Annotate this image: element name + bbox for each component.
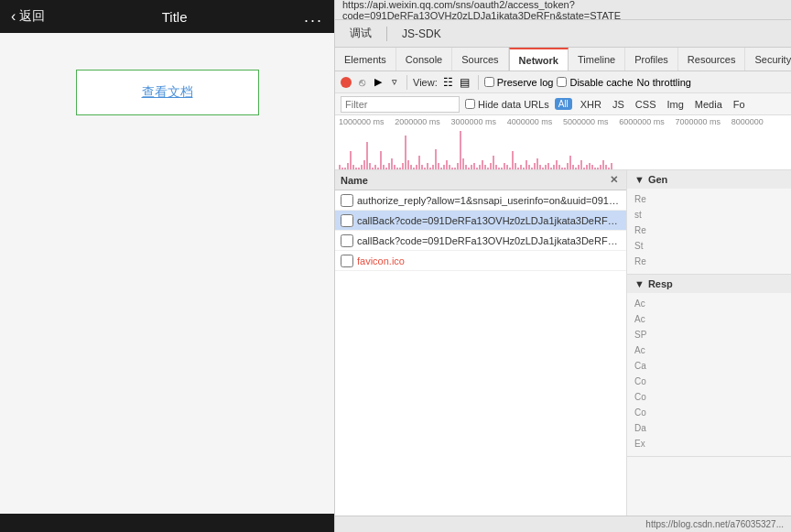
timeline-bar-item xyxy=(553,165,555,169)
network-row[interactable]: callBack?code=091DeRFa13OVHz0zLDJa1jkata… xyxy=(335,211,626,231)
view-label: View: xyxy=(413,77,438,88)
resp-section-header[interactable]: ▼ Resp xyxy=(627,275,791,293)
filter-icon[interactable]: ▿ xyxy=(388,76,401,89)
row-checkbox-4[interactable] xyxy=(341,255,353,267)
timeline-bar-item xyxy=(602,160,604,169)
timeline-bar-item xyxy=(600,165,601,169)
detail-row: Re xyxy=(634,223,784,238)
row-checkbox-1[interactable] xyxy=(341,194,353,207)
view-icons: ☷ ▤ xyxy=(441,75,472,90)
timeline-bar-item xyxy=(501,168,503,170)
timeline-bar-item xyxy=(482,160,483,169)
tab-timeline[interactable]: Timeline xyxy=(569,48,625,71)
section-tab-debug[interactable]: 调试 xyxy=(335,26,386,41)
timeline-bar-item xyxy=(424,168,426,170)
close-list-icon[interactable]: ✕ xyxy=(606,174,621,186)
detail-row: Re xyxy=(634,255,784,269)
status-bar: https://blog.csdn.net/a76035327... xyxy=(335,516,791,532)
timeline-bar-item xyxy=(575,168,577,170)
detail-row: Ac xyxy=(634,297,784,311)
timeline-bar-item xyxy=(567,163,569,170)
timeline-bar-item xyxy=(460,131,461,169)
url-bar: https://api.weixin.qq.com/sns/oauth2/acc… xyxy=(335,0,791,20)
clear-button[interactable]: ⎋ xyxy=(355,76,368,89)
timeline-bar-item xyxy=(402,163,404,170)
tab-profiles[interactable]: Profiles xyxy=(625,48,678,71)
timeline-label-4: 4000000 ms xyxy=(507,117,563,126)
timeline-bar-item xyxy=(451,168,453,170)
filter-img[interactable]: Img xyxy=(664,98,686,111)
network-row[interactable]: callBack?code=091DeRFa13OVHz0zLDJa1jkata… xyxy=(335,231,626,251)
timeline-bar-item xyxy=(531,168,533,170)
filter-xhr[interactable]: XHR xyxy=(578,98,604,111)
all-filter-badge[interactable]: All xyxy=(555,98,572,110)
timeline-bar-item xyxy=(429,168,431,170)
timeline-bar-item xyxy=(550,168,552,170)
timeline-label-3: 3000000 ms xyxy=(451,117,507,126)
timeline-bar-item xyxy=(545,165,547,169)
timeline-bar-item xyxy=(484,165,486,169)
gen-section-header[interactable]: ▼ Gen xyxy=(627,170,791,189)
record-button[interactable] xyxy=(341,77,352,88)
more-options-button[interactable]: ... xyxy=(304,7,323,27)
timeline-bar-item xyxy=(405,136,406,170)
tab-elements[interactable]: Elements xyxy=(335,48,396,71)
timeline-bar-item xyxy=(462,158,464,170)
timeline-bar-item xyxy=(589,163,591,170)
devtools-section-tabs: 调试 JS-SDK xyxy=(335,20,791,48)
filter-input[interactable] xyxy=(341,96,460,113)
toolbar-separator-2 xyxy=(478,75,479,90)
preserve-log-label: Preserve log xyxy=(497,77,554,88)
hide-data-urls-checkbox[interactable] xyxy=(465,99,475,109)
timeline-bar-item xyxy=(385,168,387,170)
network-list-header: Name ✕ xyxy=(335,170,626,190)
timeline-bar-item xyxy=(407,160,409,169)
tab-console[interactable]: Console xyxy=(396,48,452,71)
timeline-bar-item xyxy=(372,168,374,170)
list-view-icon[interactable]: ☷ xyxy=(441,75,456,90)
timeline-bar-item xyxy=(580,160,582,169)
mobile-page-title: Title xyxy=(45,9,304,25)
detail-row: Ac xyxy=(634,312,784,327)
detail-row: Ac xyxy=(634,343,784,358)
hide-data-urls-label: Hide data URLs xyxy=(478,99,549,110)
timeline-bar-item xyxy=(526,160,527,169)
tab-network[interactable]: Network xyxy=(509,48,569,71)
timeline-bar-item xyxy=(391,158,393,170)
network-toolbar: ⎋ ▶ ▿ View: ☷ ▤ Preserve log Disable cac… xyxy=(335,71,791,93)
network-row[interactable]: authorize_reply?allow=1&snsapi_userinfo=… xyxy=(335,190,626,211)
doc-link[interactable]: 查看文档 xyxy=(142,84,193,101)
timeline-bar-item xyxy=(339,165,341,169)
section-tab-jssdk[interactable]: JS-SDK xyxy=(387,27,456,40)
timeline-label-8: 8000000 xyxy=(731,117,787,126)
row-checkbox-3[interactable] xyxy=(341,234,353,247)
timeline-label-6: 6000000 ms xyxy=(619,117,675,126)
timeline-bar-item xyxy=(358,168,360,170)
filter-css[interactable]: CSS xyxy=(633,98,659,111)
doc-button[interactable]: 查看文档 xyxy=(76,70,259,115)
row-checkbox-2[interactable] xyxy=(341,214,353,227)
network-row[interactable]: favicon.ico xyxy=(335,251,626,271)
timeline-bar-item xyxy=(369,163,371,170)
back-button[interactable]: ‹ 返回 xyxy=(11,8,45,25)
preserve-log-checkbox[interactable] xyxy=(484,77,494,87)
timeline-bar-item xyxy=(435,149,437,170)
filter-js[interactable]: JS xyxy=(610,98,627,111)
tab-resources[interactable]: Resources xyxy=(678,48,746,71)
camera-icon[interactable]: ▶ xyxy=(372,76,385,89)
tab-sources[interactable]: Sources xyxy=(452,48,508,71)
timeline-bar-item xyxy=(468,168,470,170)
disable-cache-checkbox[interactable] xyxy=(557,77,567,87)
timeline-bar-item xyxy=(449,165,450,169)
filter-media[interactable]: Media xyxy=(692,98,725,111)
main-content: Name ✕ authorize_reply?allow=1&snsapi_us… xyxy=(335,170,791,516)
mobile-content-area: 查看文档 xyxy=(0,33,334,514)
timeline-bar-item xyxy=(473,163,475,170)
resp-section-title: Resp xyxy=(648,278,673,289)
timeline-bar-item xyxy=(471,165,472,169)
tab-security[interactable]: Security xyxy=(745,48,791,71)
timeline-bar-item xyxy=(479,165,481,169)
tree-view-icon[interactable]: ▤ xyxy=(458,75,472,90)
filter-font[interactable]: Fo xyxy=(731,98,748,111)
name-column-header: Name xyxy=(341,175,606,186)
